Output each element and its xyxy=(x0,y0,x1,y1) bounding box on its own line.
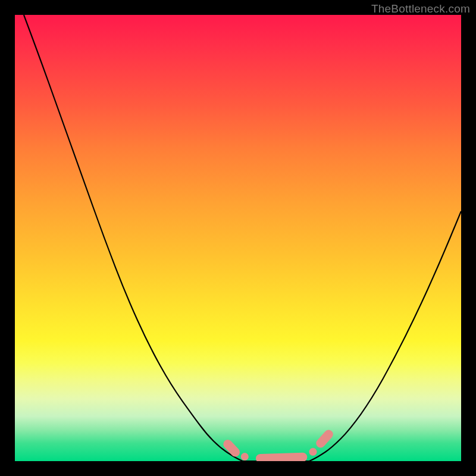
watermark-label: TheBottleneck.com xyxy=(371,2,470,15)
heat-gradient-background xyxy=(15,15,461,461)
chart-frame: TheBottleneck.com xyxy=(0,0,476,476)
plot-area xyxy=(15,15,461,461)
